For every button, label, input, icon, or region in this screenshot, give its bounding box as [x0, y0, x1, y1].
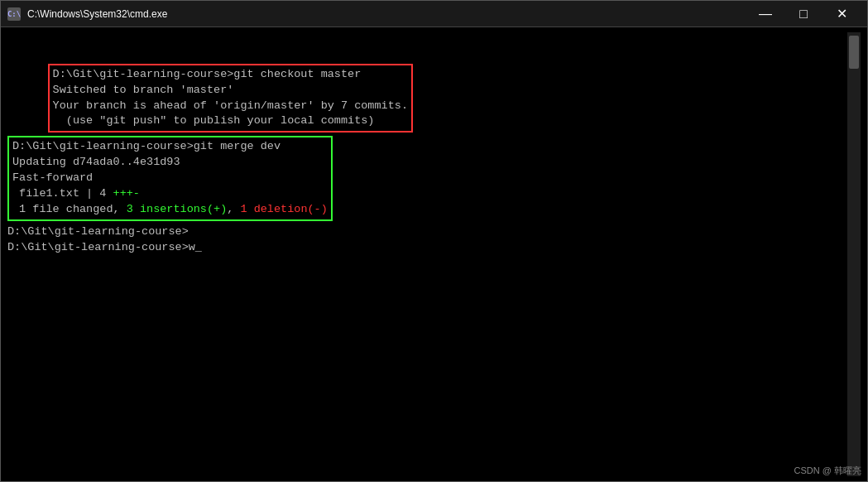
green-line-5: 1 file changed, 3 insertions(+), 1 delet… — [12, 203, 328, 215]
green-line-1: D:\Git\git-learning-course>git merge dev — [12, 140, 281, 152]
diff-plus: +++- — [113, 187, 140, 200]
cmd-window: C:\ C:\Windows\System32\cmd.exe — □ ✕ D:… — [0, 0, 868, 482]
scrollbar-thumb[interactable] — [849, 36, 859, 69]
diff-insertions: 3 insertions(+) — [127, 203, 228, 215]
green-line-3: Fast-forward — [12, 171, 93, 184]
diff-deletions: 1 deletion(-) — [240, 203, 327, 215]
app-icon: C:\ — [7, 7, 21, 21]
close-button[interactable]: ✕ — [822, 1, 861, 27]
red-line-4: (use "git push" to publish your local co… — [53, 114, 375, 127]
green-line-2: Updating d74ada0..4e31d93 — [12, 156, 180, 168]
watermark: CSDN @ 韩曜亮 — [794, 465, 861, 477]
red-line-1: D:\Git\git-learning-course>git checkout … — [53, 68, 362, 80]
red-highlight-block: D:\Git\git-learning-course>git checkout … — [48, 64, 413, 133]
green-line-4: file1.txt | 4 +++- — [12, 187, 140, 200]
footer-line-1: D:\Git\git-learning-course> — [7, 225, 189, 238]
green-highlight-block: D:\Git\git-learning-course>git merge dev… — [7, 136, 333, 220]
footer-line-2: D:\Git\git-learning-course>w_ — [7, 241, 202, 253]
terminal-body: D:\Git\git-learning-course>git checkout … — [1, 27, 867, 481]
maximize-button[interactable]: □ — [784, 1, 822, 27]
window-controls: — □ ✕ — [746, 1, 861, 27]
terminal-content: D:\Git\git-learning-course>git checkout … — [7, 32, 847, 476]
scrollbar[interactable] — [847, 32, 861, 476]
red-line-3: Your branch is ahead of 'origin/master' … — [53, 99, 408, 112]
red-line-2: Switched to branch 'master' — [53, 84, 234, 96]
minimize-button[interactable]: — — [746, 1, 784, 27]
window-title: C:\Windows\System32\cmd.exe — [27, 8, 746, 20]
title-bar: C:\ C:\Windows\System32\cmd.exe — □ ✕ — [1, 1, 867, 27]
